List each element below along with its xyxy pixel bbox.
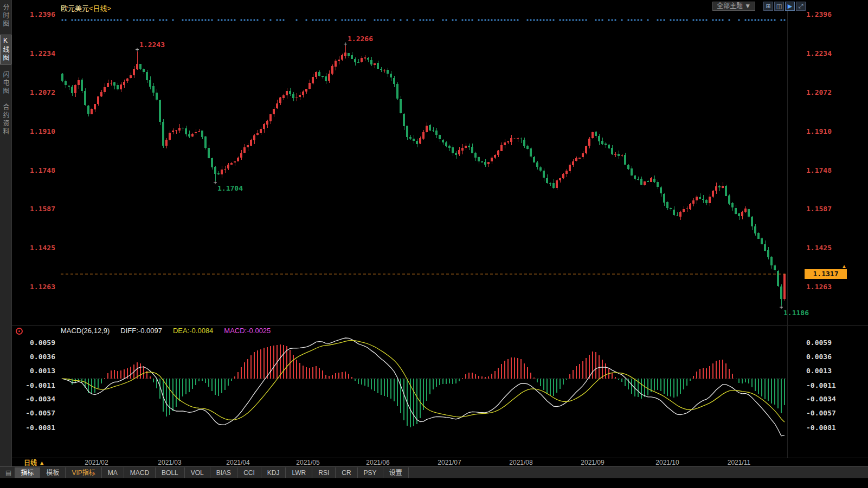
symbol-name: 欧元美元	[61, 4, 89, 12]
toolbar-tab-5[interactable]: BOLL	[156, 467, 185, 478]
period-selector[interactable]: 日线 ▲	[24, 458, 45, 467]
toolbar-tab-2[interactable]: VIP指标	[66, 467, 101, 478]
sidebar-item-3[interactable]: 合约资料	[1, 102, 11, 138]
toolbar-tab-3[interactable]: MA	[102, 467, 124, 478]
chart-canvas[interactable]	[0, 0, 868, 488]
macd-dea-value: DEA:-0.0084	[173, 327, 213, 335]
layout-grid-icon[interactable]: ⊞	[763, 2, 773, 11]
toolbar-tab-13[interactable]: PSY	[358, 467, 383, 478]
toolbar-tab-1[interactable]: 模板	[40, 467, 66, 478]
toolbar-tab-6[interactable]: VOL	[185, 467, 210, 478]
macd-macd-value: MACD:-0.0025	[224, 327, 271, 335]
toolbar-tab-7[interactable]: BIAS	[210, 467, 237, 478]
macd-title: MACD(26,12,9)	[61, 327, 110, 335]
period-text: 日线	[24, 459, 37, 467]
indicator-target-icon[interactable]	[16, 328, 23, 335]
chart-title: 欧元美元<日线>	[61, 3, 111, 13]
toolbar-tab-10[interactable]: LWR	[286, 467, 312, 478]
sidebar-item-0[interactable]: 分时图	[1, 2, 11, 30]
macd-header: MACD(26,12,9) DIFF:-0.0097 DEA:-0.0084 M…	[61, 327, 271, 335]
toolbar-tab-9[interactable]: KDJ	[261, 467, 286, 478]
toolbar-tab-8[interactable]: CCI	[237, 467, 261, 478]
expand-panel-icon[interactable]: ⤢	[796, 2, 806, 11]
sidebar: 分时图K线图闪电图合约资料	[0, 0, 12, 466]
period-arrow-icon: ▲	[38, 459, 45, 467]
macd-diff-value: DIFF:-0.0097	[120, 327, 162, 335]
toolbar-tab-14[interactable]: 设置	[383, 467, 409, 478]
sidebar-item-2[interactable]: 闪电图	[1, 69, 11, 97]
price-up-arrow-icon: ▲	[841, 263, 847, 269]
sidebar-item-1[interactable]: K线图	[0, 35, 11, 64]
theme-dropdown[interactable]: 全部主题 ▼	[712, 2, 755, 11]
toolbar-menu-icon[interactable]: ▤	[2, 469, 15, 477]
period-name: <日线>	[89, 4, 111, 12]
last-price-tag: 1.1317	[805, 269, 847, 279]
layout-split-icon[interactable]: ◫	[774, 2, 784, 11]
toolbar-tab-11[interactable]: RSI	[312, 467, 336, 478]
indicator-toolbar: ▤ 指标模板VIP指标MAMACDBOLLVOLBIASCCIKDJLWRRSI…	[0, 466, 868, 478]
toolbar-tab-12[interactable]: CR	[336, 467, 357, 478]
toolbar-tab-4[interactable]: MACD	[124, 467, 156, 478]
toolbar-tab-0[interactable]: 指标	[15, 467, 40, 478]
play-panel-icon[interactable]: ▶	[785, 2, 795, 11]
